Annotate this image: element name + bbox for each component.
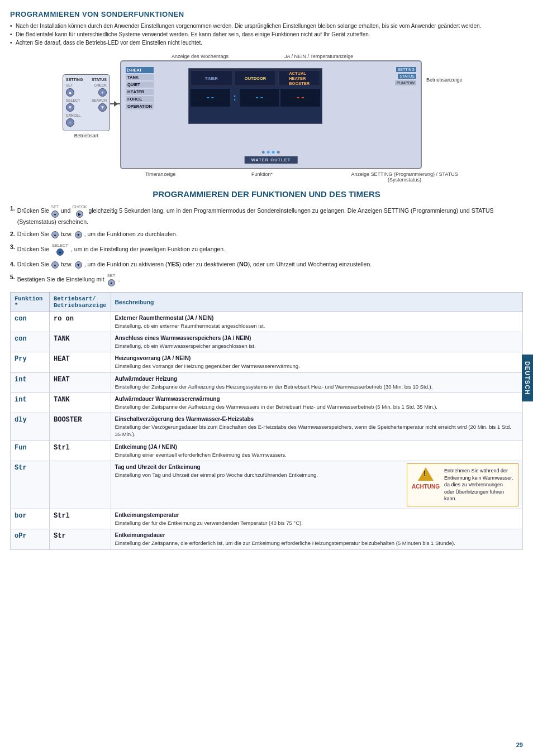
beschreibung-6: Einschaltverzögerung des Warmwasser-E-He… xyxy=(111,413,522,441)
search-btn-icon[interactable]: ▼ xyxy=(101,105,105,110)
page-title: PROGRAMMIEREN VON SONDERFUNKTIONEN xyxy=(10,10,523,18)
ctrl-check-label: CHECK xyxy=(94,83,107,87)
table-row: int HEAT Aufwärmdauer Heizung Einstellun… xyxy=(11,372,523,393)
step1-check-icon[interactable] xyxy=(76,210,83,218)
step2-up-icon[interactable] xyxy=(51,231,59,238)
table-row: dly BOOSTER Einschaltverzögerung des War… xyxy=(11,413,523,441)
funktion-dly: dly xyxy=(11,413,50,441)
ctrl-status-label: STATUS xyxy=(92,78,107,82)
betrieb-str-opr: Str xyxy=(50,529,111,549)
cancel-btn-icon[interactable]: ● xyxy=(69,120,72,125)
side-tab-label: DEUTSCH xyxy=(524,361,531,395)
funktion-int1: int xyxy=(11,372,50,393)
step-5-number: 5. xyxy=(10,273,15,281)
table-row: bor Strl Entkeimungstemperatur Einstellu… xyxy=(11,509,523,529)
outdoor-segment: OUTDOOR xyxy=(235,70,277,86)
intro-bullets: Nach der Installation können durch den A… xyxy=(10,22,523,47)
intro-bullet-2: Die Bedientafel kann für unterschiedlich… xyxy=(10,30,523,39)
step3-select-icon[interactable] xyxy=(56,248,64,256)
step-4-text: Drücken Sie bzw. , um die Funktion zu ak… xyxy=(17,260,372,269)
desc-body-7: Einstellung einer eventuell erforderlich… xyxy=(115,451,518,458)
th-beschreibung: Beschreibung xyxy=(111,292,522,312)
warning-text: Entnehmen Sie während der Entkeimung kei… xyxy=(444,467,513,503)
water-outlet-area: WATER OUTLET xyxy=(245,151,298,164)
step-1: 1. Drücken Sie SET und CHECK gleichzeiti… xyxy=(10,204,523,226)
funktion-str: Str xyxy=(11,461,50,509)
check-btn-icon[interactable]: ● xyxy=(101,90,104,95)
warning-triangle-icon xyxy=(418,467,434,481)
desc-body-1: Einstellung, ob ein externer Raumthermos… xyxy=(115,322,518,329)
beschreibung-5: Aufwärmdauer Warmwassererwärmung Einstel… xyxy=(111,393,522,413)
th-betrieb: Betriebsart/ Betriebsanzeige xyxy=(50,292,111,312)
step1-icon2-label: CHECK xyxy=(72,204,87,210)
betrieb-strl-fun: Strl xyxy=(50,441,111,461)
select-btn-icon[interactable]: ▼ xyxy=(68,105,73,110)
step-2-number: 2. xyxy=(10,230,15,238)
mode-force: FORCE xyxy=(126,96,154,102)
ctrl-select-label: SELECT xyxy=(66,98,80,102)
step2-dn-icon[interactable] xyxy=(75,231,82,238)
beschreibung-2: Anschluss eines Warmwasserspeichers (JA … xyxy=(111,332,522,352)
section-title: PROGRAMMIEREN DER FUNKTIONEN UND DES TIM… xyxy=(10,189,523,199)
step-3-text: Drücken Sie SELECT , um in die Einstellu… xyxy=(17,243,225,256)
funktion-con1: con xyxy=(11,312,50,332)
mode-labels: ▷HEAT TANK QUIET HEATER FORCE OPERATION xyxy=(126,67,154,109)
desc-body-5: Einstellung der Zeitspanne der Aufheizun… xyxy=(115,403,518,410)
desc-title-8: Tag und Uhrzeit der Entkeimung xyxy=(115,463,402,471)
betrieb-roon: ro on xyxy=(50,312,111,332)
betrieb-str xyxy=(50,461,111,509)
display-num2: -- xyxy=(240,89,279,107)
desc-body-3: Einstellung des Vorrangs der Heizung geg… xyxy=(115,362,518,370)
step4-dn-icon[interactable] xyxy=(75,261,82,269)
diagram-section: Anzeige des Wochentags JA / NEIN / Tempe… xyxy=(10,54,523,183)
funktion-pry: Pry xyxy=(11,352,50,372)
desc-body-9: Einstellung der für die Entkeimung zu ve… xyxy=(115,519,518,527)
step5-set-icon[interactable] xyxy=(108,279,115,286)
funktion-con2: con xyxy=(11,332,50,352)
step1-set-icon[interactable] xyxy=(51,210,59,218)
table-row: Fun Strl Entkeimung (JA / NEIN) Einstell… xyxy=(11,441,523,461)
betriebsanzeige-label: Betriebsanzeige xyxy=(426,60,471,83)
step-4-number: 4. xyxy=(10,260,15,269)
funktion-bor: bor xyxy=(11,509,50,529)
betrieb-heat-pry: HEAT xyxy=(50,352,111,372)
step-5: 5. Bestätigen Sie die Einstellung mit SE… xyxy=(10,273,523,286)
desc-title-4: Aufwärmdauer Heizung xyxy=(115,375,518,383)
beschreibung-3: Heizungsvorrang (JA / NEIN) Einstellung … xyxy=(111,352,522,372)
desc-body-6: Einstellung der Verzögerungsdauer bis zu… xyxy=(115,423,518,438)
actual-segment: ACTUALHEATERBOOSTER xyxy=(278,70,320,86)
step-2: 2. Drücken Sie bzw. , um die Funktionen … xyxy=(10,230,523,238)
step-2-text: Drücken Sie bzw. , um die Funktionen zu … xyxy=(17,230,178,238)
setting-segment: SETTING xyxy=(396,67,416,72)
diagram-label-ja-nein: JA / NEIN / Temperaturanzeige xyxy=(284,54,353,59)
desc-title-9: Entkeimungstemperatur xyxy=(115,511,518,519)
table-row: oPr Str Entkeimungsdauer Einstellung der… xyxy=(11,529,523,549)
page-number: 29 xyxy=(516,741,523,748)
table-row: con ro on Externer Raumthermostat (JA / … xyxy=(11,312,523,332)
step-4: 4. Drücken Sie bzw. , um die Funktion zu… xyxy=(10,260,523,269)
diagram-timeranzeige: Timeranzeige xyxy=(145,171,175,183)
step-1-number: 1. xyxy=(10,204,15,213)
achtung-label: ACHTUNG xyxy=(412,483,440,491)
ctrl-cancel-label: CANCEL xyxy=(66,113,80,117)
warning-box: ACHTUNG Entnehmen Sie während der Entkei… xyxy=(407,463,518,506)
ctrl-set-label: SET xyxy=(66,83,73,87)
function-table: Funktion * Betriebsart/ Betriebsanzeige … xyxy=(10,292,523,550)
desc-title-7: Entkeimung (JA / NEIN) xyxy=(115,443,518,451)
desc-body-2: Einstellung, ob ein Warmwasserspeicher a… xyxy=(115,342,518,350)
betrieb-tank-int: TANK xyxy=(50,393,111,413)
center-display: TIMER OUTDOOR ACTUALHEATERBOOSTER -- : -… xyxy=(188,68,322,124)
desc-title-6: Einschaltverzögerung des Warmwasser-E-He… xyxy=(115,415,518,423)
beschreibung-9: Entkeimungstemperatur Einstellung der fü… xyxy=(111,509,522,529)
side-tab: DEUTSCH xyxy=(522,355,533,401)
diagram-setting-status: Anzeige SETTING (Programmierung) / STATU… xyxy=(349,171,460,183)
beschreibung-1: Externer Raumthermostat (JA / NEIN) Eins… xyxy=(111,312,522,332)
display-num1: -- xyxy=(191,89,230,107)
desc-body-10: Einstellung der Zeitspanne, die erforder… xyxy=(115,539,518,547)
beschreibung-8: Tag und Uhrzeit der Entkeimung Einstellu… xyxy=(111,461,522,509)
step4-up-icon[interactable] xyxy=(51,261,59,269)
set-btn-icon[interactable]: ▲ xyxy=(68,90,73,95)
mode-tank: TANK xyxy=(126,74,154,80)
step5-icon-label: SET xyxy=(107,273,116,279)
desc-title-1: Externer Raumthermostat (JA / NEIN) xyxy=(115,314,518,322)
